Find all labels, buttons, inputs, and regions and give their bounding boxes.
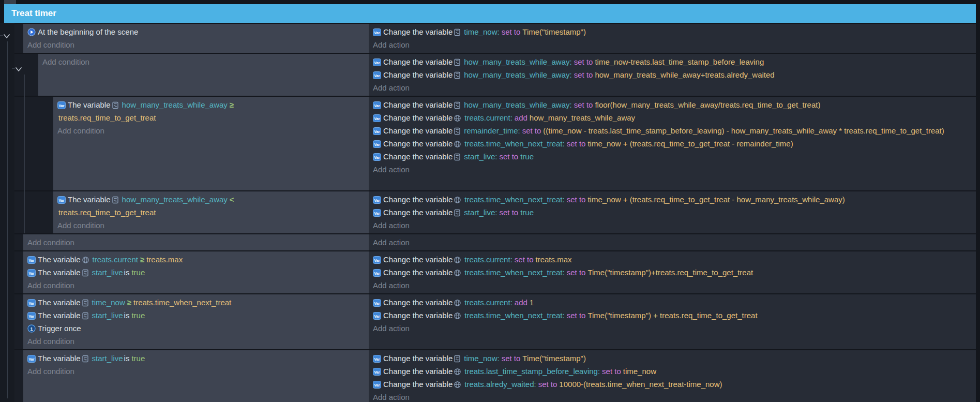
add-condition-button[interactable]: Add condition [27, 236, 361, 249]
text-segment: time_now: [464, 354, 499, 363]
global-var-icon [454, 368, 461, 376]
text-segment: treats.current [93, 255, 138, 264]
var-icon: Var [27, 355, 36, 363]
text-segment: Change the variable [383, 27, 453, 36]
indent-gutter [14, 97, 53, 190]
text-segment: treats.alredy_waited: [464, 380, 536, 389]
add-condition-button[interactable]: Add condition [27, 279, 361, 292]
global-var-icon [454, 140, 461, 148]
svg-text:Var: Var [29, 259, 35, 262]
text-segment: The variable [38, 298, 81, 307]
event-row: VarThe variablestart_liveistrueAdd condi… [14, 350, 976, 402]
event-row: VarThe variabletime_now≥treats.time_when… [14, 294, 976, 349]
text-segment: true [520, 208, 534, 217]
svg-text:Var: Var [374, 259, 380, 262]
action-line[interactable]: VarChange the variabletreats.current:add… [373, 111, 971, 124]
action-line[interactable]: VarChange the variabletime_now:set toTim… [373, 25, 971, 38]
text-segment: ≥ [140, 255, 144, 264]
condition-line[interactable]: VarThe variablestart_liveistrue [27, 309, 361, 322]
event-row: Add conditionAdd action [14, 234, 976, 250]
text-segment: set to [574, 57, 593, 66]
action-line[interactable]: VarChange the variablestart_live:set tot… [373, 150, 971, 163]
add-condition-button[interactable]: Add condition [57, 219, 361, 232]
scene-var-icon [454, 127, 461, 135]
actions-cell: VarChange the variablehow_many_treats_wh… [373, 54, 976, 96]
action-line[interactable]: VarChange the variabletreats.current:set… [373, 253, 971, 266]
action-line[interactable]: VarChange the variabletreats.time_when_n… [373, 266, 971, 279]
condition-line[interactable]: At the beginning of the scene [27, 25, 361, 38]
conditions-cell: VarThe variabletreats.current≥treats.max… [23, 251, 369, 293]
scene-var-icon [454, 355, 461, 363]
chevron-down-icon[interactable] [15, 65, 22, 75]
add-condition-button[interactable]: Add condition [57, 124, 361, 137]
add-condition-button[interactable]: Add condition [27, 335, 361, 348]
add-action-button[interactable]: Add action [373, 81, 971, 94]
actions-cell: VarChange the variabletime_now:set toTim… [373, 350, 976, 402]
svg-text:Var: Var [374, 212, 380, 215]
svg-text:Var: Var [374, 117, 380, 121]
svg-text:Var: Var [29, 272, 35, 275]
svg-text:Var: Var [374, 130, 380, 133]
action-line[interactable]: VarChange the variabletreats.time_when_n… [373, 193, 971, 206]
action-line[interactable]: VarChange the variabletreats.current:add… [373, 296, 971, 309]
add-action-button[interactable]: Add action [373, 38, 971, 51]
text-segment: treats.time_when_next_treat: [464, 139, 564, 148]
condition-line[interactable]: VarThe variablestart_liveistrue [27, 352, 361, 365]
action-line[interactable]: VarChange the variabletreats.time_when_n… [373, 137, 971, 150]
add-action-button[interactable]: Add action [373, 236, 971, 249]
add-condition-button[interactable]: Add condition [42, 55, 361, 68]
svg-text:Var: Var [374, 31, 380, 35]
action-line[interactable]: VarChange the variableremainder_time:set… [373, 124, 971, 137]
condition-line[interactable]: VarThe variablestart_liveistrue [27, 266, 361, 279]
group-header[interactable]: Treat timer [4, 4, 976, 23]
add-action-button[interactable]: Add action [373, 163, 971, 176]
text-segment: set to [574, 100, 593, 109]
var-icon: Var [373, 381, 381, 389]
condition-line[interactable]: VarThe variablehow_many_treats_while_awa… [57, 98, 361, 124]
add-action-button[interactable]: Add action [373, 322, 971, 335]
scene-var-icon [454, 71, 461, 79]
add-action-button[interactable]: Add action [373, 391, 971, 402]
indent-gutter [14, 54, 38, 96]
text-segment: Change the variable [383, 57, 453, 66]
action-line[interactable]: VarChange the variablehow_many_treats_wh… [373, 55, 971, 68]
text-segment: how_many_treats_while_away: [464, 57, 571, 66]
indent-guide [24, 75, 25, 233]
conditions-cell: Add condition [38, 54, 369, 96]
indent-gutter [14, 251, 23, 293]
condition-line[interactable]: 1Trigger once [27, 322, 361, 335]
text-segment: 1 [530, 298, 534, 307]
indent-guide [7, 41, 8, 398]
add-action-button[interactable]: Add action [373, 219, 971, 232]
chevron-down-icon[interactable] [3, 32, 10, 41]
text-segment: how_many_treats_while_away+treats.alredy… [595, 70, 774, 79]
add-action-button[interactable]: Add action [373, 279, 971, 292]
action-line[interactable]: VarChange the variablehow_many_treats_wh… [373, 98, 971, 111]
add-condition-button[interactable]: Add condition [27, 365, 361, 378]
scene-var-icon [454, 58, 461, 66]
event-row: VarThe variablehow_many_treats_while_awa… [14, 191, 976, 233]
action-line[interactable]: VarChange the variabletime_now:set toTim… [373, 352, 971, 365]
var-icon: Var [373, 114, 381, 122]
action-line[interactable]: VarChange the variablestart_live:set tot… [373, 206, 971, 219]
text-segment: set to [567, 268, 586, 277]
condition-line[interactable]: VarThe variabletime_now≥treats.time_when… [27, 296, 361, 309]
action-line[interactable]: VarChange the variablehow_many_treats_wh… [373, 68, 971, 81]
action-line[interactable]: VarChange the variabletreats.time_when_n… [373, 309, 971, 322]
var-icon: Var [27, 312, 36, 320]
text-segment: ≥ [230, 100, 234, 109]
var-icon: Var [373, 101, 381, 109]
text-segment: Change the variable [383, 298, 453, 307]
add-condition-button[interactable]: Add condition [27, 38, 361, 51]
svg-text:Var: Var [374, 156, 380, 159]
action-line[interactable]: VarChange the variabletreats.alredy_wait… [373, 378, 971, 391]
svg-text:Var: Var [59, 199, 65, 202]
action-line[interactable]: VarChange the variabletreats.last_time_s… [373, 365, 971, 378]
var-icon: Var [373, 269, 381, 277]
condition-line[interactable]: VarThe variabletreats.current≥treats.max [27, 253, 361, 266]
text-segment: set to [499, 152, 518, 161]
var-icon: Var [373, 299, 381, 307]
text-segment: start_live: [464, 208, 497, 217]
svg-text:Var: Var [374, 61, 380, 65]
condition-line[interactable]: VarThe variablehow_many_treats_while_awa… [57, 193, 361, 219]
